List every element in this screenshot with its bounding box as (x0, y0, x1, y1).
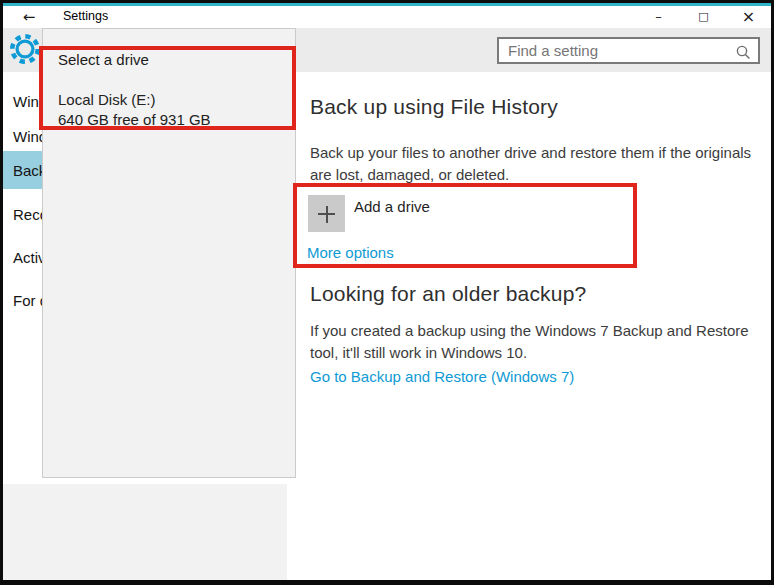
backup-description: Back up your files to another drive and … (310, 142, 751, 186)
maximize-icon: □ (698, 10, 708, 23)
back-button[interactable]: ← (17, 7, 41, 27)
sidebar-item-activation[interactable]: Activ (13, 249, 46, 266)
minimize-button[interactable]: – (636, 6, 681, 30)
close-icon: × (742, 7, 755, 26)
window-title: Settings (63, 9, 108, 23)
annotation-box-add-drive (293, 183, 637, 268)
older-backup-heading: Looking for an older backup? (310, 282, 586, 306)
page-title: Back up using File History (310, 95, 558, 119)
flyout-lower-panel (3, 484, 287, 580)
backup-restore-win7-link[interactable]: Go to Backup and Restore (Windows 7) (310, 368, 574, 385)
search-input[interactable] (499, 39, 758, 62)
back-arrow-icon: ← (23, 8, 36, 26)
older-backup-description: If you created a backup using the Window… (310, 320, 749, 364)
settings-window: ← Settings – □ × (0, 0, 774, 585)
annotation-box-drive-popup (39, 46, 296, 130)
window-controls: – □ × (636, 6, 771, 30)
maximize-button[interactable]: □ (681, 6, 726, 30)
search-box (497, 37, 760, 64)
minimize-icon: – (655, 9, 662, 24)
close-button[interactable]: × (726, 6, 771, 30)
titlebar: ← Settings – □ × (3, 6, 771, 28)
search-icon[interactable] (735, 44, 751, 60)
gear-icon (8, 52, 42, 69)
